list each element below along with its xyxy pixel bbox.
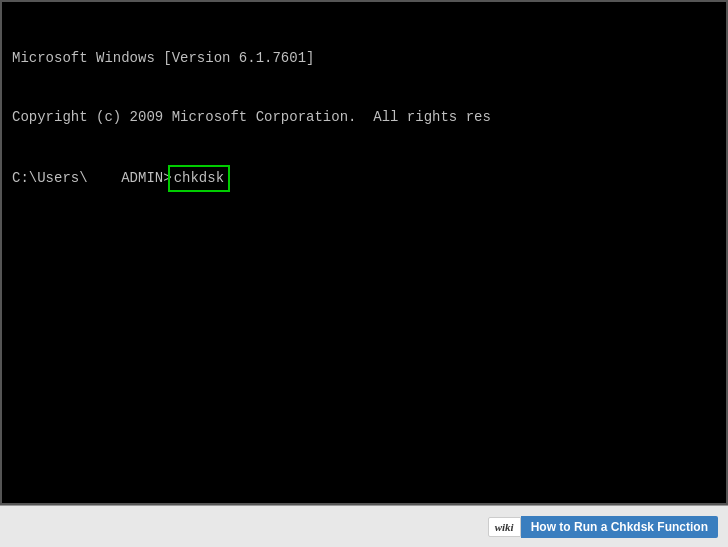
wiki-label: wiki: [495, 521, 514, 533]
wiki-logo: wiki: [488, 517, 521, 537]
wiki-badge: wiki How to Run a Chkdsk Function: [488, 516, 718, 538]
terminal-content: Microsoft Windows [Version 6.1.7601] Cop…: [2, 2, 726, 236]
terminal-prompt-line: C:\Users\ ADMIN>chkdsk: [12, 169, 716, 189]
terminal-window[interactable]: Microsoft Windows [Version 6.1.7601] Cop…: [0, 0, 728, 505]
command-input[interactable]: chkdsk: [172, 169, 226, 189]
terminal-line-1: Microsoft Windows [Version 6.1.7601]: [12, 49, 716, 69]
screenshot-container: Microsoft Windows [Version 6.1.7601] Cop…: [0, 0, 728, 547]
bottom-bar: wiki How to Run a Chkdsk Function: [0, 505, 728, 547]
prompt-text: C:\Users\ ADMIN>: [12, 169, 172, 189]
wiki-title: How to Run a Chkdsk Function: [521, 516, 718, 538]
terminal-line-2: Copyright (c) 2009 Microsoft Corporation…: [12, 108, 716, 128]
